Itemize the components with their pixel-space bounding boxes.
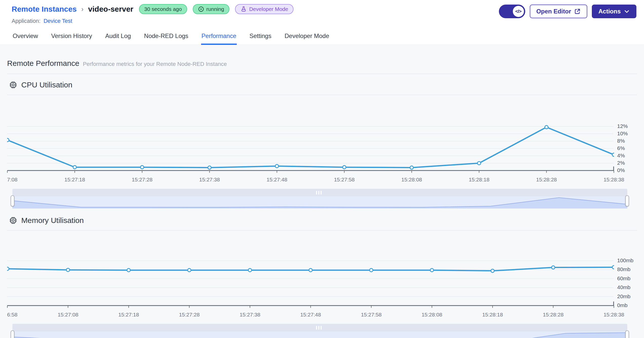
cpu-utilisation-section: CPU Utilisation 7:0815:27:1815:27:2815:2… <box>7 81 637 209</box>
divider <box>7 74 637 74</box>
memory-section-title: Memory Utilisation <box>21 216 84 225</box>
x-tick-label: 15:28:28 <box>543 312 564 318</box>
application-row: Application: Device Test <box>12 18 294 24</box>
y-tick-label: 100mb <box>617 257 633 264</box>
y-tick-label: 60mb <box>617 275 631 281</box>
cpu-y-axis: 0%2%4%6%8%10%12% <box>614 96 637 185</box>
cpu-chip-icon <box>9 216 17 224</box>
developer-mode-toggle[interactable]: </> <box>499 5 525 18</box>
cpu-section-title: CPU Utilisation <box>21 81 72 89</box>
memory-plot-area <box>7 231 614 310</box>
divider <box>7 230 637 231</box>
tab-audit-log[interactable]: Audit Log <box>105 32 131 45</box>
y-tick-label: 0% <box>617 167 625 173</box>
external-link-icon <box>574 8 581 15</box>
cpu-chip-icon <box>9 81 17 89</box>
x-tick-label: 15:27:38 <box>199 177 220 183</box>
y-tick-label: 4% <box>617 153 625 159</box>
drag-grip-icon[interactable] <box>316 191 322 195</box>
status-badge: running <box>193 4 229 14</box>
memory-utilisation-section: Memory Utilisation 6:5815:27:0815:27:181… <box>7 216 637 338</box>
page-subtitle: Performance metrics for your Remote Node… <box>83 61 227 67</box>
cpu-brush-track[interactable] <box>12 189 627 196</box>
y-tick-label: 8% <box>617 138 625 144</box>
x-tick-label: 7:08 <box>7 177 17 183</box>
page-header: Remote Instances › video-server 30 secon… <box>0 0 644 26</box>
x-tick-label: 15:27:08 <box>58 312 79 318</box>
memory-chart: 6:5815:27:0815:27:1815:27:2815:27:3815:2… <box>7 231 637 320</box>
cpu-brush-handle-left[interactable] <box>11 195 14 206</box>
play-circle-icon <box>198 6 204 12</box>
memory-brush-preview[interactable] <box>12 331 627 338</box>
memory-y-axis: 0mb20mb40mb60mb80mb100mb <box>614 231 637 320</box>
tab-overview[interactable]: Overview <box>12 32 38 45</box>
application-link[interactable]: Device Test <box>44 18 72 24</box>
cpu-x-axis: 7:0815:27:1815:27:2815:27:3815:27:4815:2… <box>7 175 614 185</box>
cpu-brush-handle-right[interactable] <box>625 195 629 206</box>
flask-icon <box>240 6 247 12</box>
cpu-plot-area <box>7 96 614 175</box>
breadcrumb: Remote Instances › video-server 30 secon… <box>12 4 294 14</box>
x-tick-label: 15:27:28 <box>179 312 200 318</box>
chevron-down-icon <box>624 8 630 14</box>
x-tick-label: 15:27:18 <box>64 177 85 183</box>
x-tick-label: 15:28:18 <box>469 177 490 183</box>
tab-node-red-logs[interactable]: Node-RED Logs <box>144 32 189 45</box>
developer-mode-badge: Developer Mode <box>235 4 294 14</box>
tab-performance[interactable]: Performance <box>201 32 237 45</box>
open-editor-label: Open Editor <box>536 8 571 15</box>
last-seen-badge: 30 seconds ago <box>139 4 187 14</box>
actions-button[interactable]: Actions <box>592 5 636 18</box>
memory-range-slider[interactable] <box>12 324 627 338</box>
application-label: Application: <box>12 18 41 24</box>
x-tick-label: 15:28:08 <box>401 177 422 183</box>
tab-version-history[interactable]: Version History <box>51 32 92 45</box>
open-editor-button[interactable]: Open Editor <box>530 5 587 18</box>
status-label: running <box>206 6 224 12</box>
actions-label: Actions <box>598 8 621 15</box>
y-tick-label: 0mb <box>617 302 628 308</box>
memory-brush-handle-left[interactable] <box>11 330 14 338</box>
code-icon: </> <box>513 6 524 17</box>
breadcrumb-separator-icon: › <box>81 5 84 13</box>
instance-tabs: Overview Version History Audit Log Node-… <box>0 26 644 45</box>
cpu-range-slider[interactable] <box>12 189 627 209</box>
performance-panel: Remote Performance Performance metrics f… <box>0 45 644 338</box>
divider <box>7 95 637 95</box>
y-tick-label: 2% <box>617 160 625 166</box>
last-seen-label: 30 seconds ago <box>144 6 182 12</box>
x-tick-label: 15:27:18 <box>118 312 139 318</box>
tab-developer-mode[interactable]: Developer Mode <box>284 32 330 45</box>
y-tick-label: 10% <box>617 130 628 137</box>
cpu-chart: 7:0815:27:1815:27:2815:27:3815:27:4815:2… <box>7 96 637 185</box>
y-tick-label: 40mb <box>617 284 631 290</box>
drag-grip-icon[interactable] <box>316 326 322 330</box>
y-tick-label: 80mb <box>617 266 631 272</box>
y-tick-label: 20mb <box>617 293 631 299</box>
y-tick-label: 12% <box>617 123 628 129</box>
memory-brush-handle-right[interactable] <box>625 330 629 338</box>
memory-brush-track[interactable] <box>12 324 627 331</box>
x-tick-label: 15:27:58 <box>334 177 355 183</box>
x-tick-label: 15:28:08 <box>422 312 442 318</box>
x-tick-label: 15:27:48 <box>267 177 287 183</box>
breadcrumb-remote-instances[interactable]: Remote Instances <box>12 5 77 13</box>
x-tick-label: 6:58 <box>7 312 17 318</box>
x-tick-label: 15:27:48 <box>300 312 321 318</box>
x-tick-label: 15:27:28 <box>132 177 152 183</box>
instance-name: video-server <box>88 5 133 13</box>
cpu-brush-preview[interactable] <box>12 196 627 209</box>
x-tick-label: 15:27:58 <box>361 312 382 318</box>
x-tick-label: 15:27:38 <box>240 312 260 318</box>
y-tick-label: 6% <box>617 145 625 151</box>
page-title: Remote Performance <box>7 59 79 68</box>
memory-x-axis: 6:5815:27:0815:27:1815:27:2815:27:3815:2… <box>7 310 614 320</box>
x-tick-label: 15:28:18 <box>482 312 503 318</box>
developer-mode-label: Developer Mode <box>249 6 288 12</box>
x-tick-label: 15:28:28 <box>536 177 557 183</box>
tab-settings[interactable]: Settings <box>249 32 272 45</box>
